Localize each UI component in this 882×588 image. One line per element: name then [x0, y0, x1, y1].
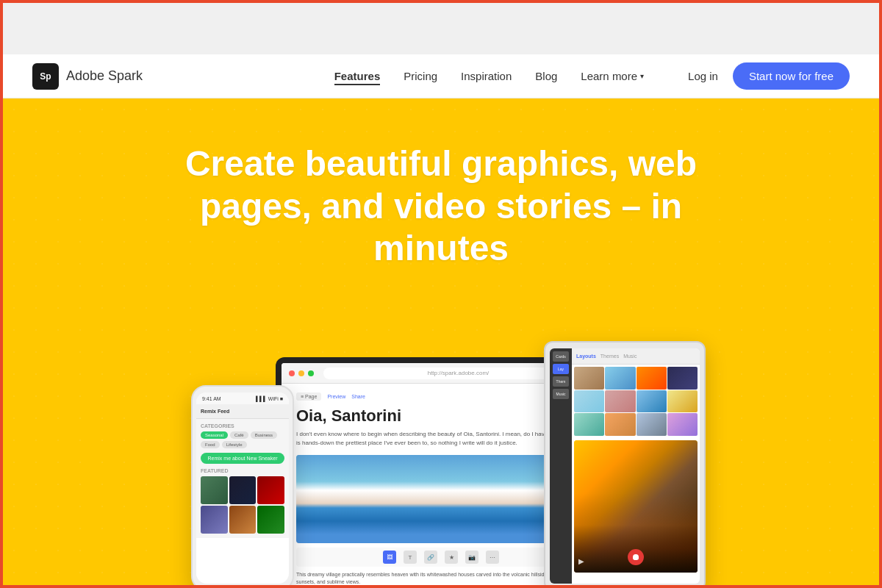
tablet-sidebar-item-1[interactable]: Cards: [553, 351, 569, 362]
phone-chips: Seasonal Café Business Food Lifestyle: [201, 431, 284, 448]
phone-status-bar: 9:41 AM ▌▌▌ WiFi ■: [196, 392, 289, 404]
phone-device: 9:41 AM ▌▌▌ WiFi ■ Remix Feed CATEGORIES…: [191, 385, 294, 588]
phone-grid-item-1: [201, 476, 228, 504]
nav-actions: Log in Start now for free: [688, 62, 850, 90]
tablet-photo-8: [667, 390, 698, 413]
chevron-down-icon: ▾: [640, 72, 644, 80]
nav-link-inspiration[interactable]: Inspiration: [461, 70, 512, 82]
brand-name: Adobe Spark: [66, 68, 143, 84]
brand-icon: Sp: [32, 63, 59, 90]
tablet-photo-2: [605, 367, 635, 390]
tablet-photo-9: [574, 413, 604, 436]
close-dot: [289, 370, 295, 376]
nav-item-pricing[interactable]: Pricing: [404, 70, 437, 83]
hero-title: Create beautiful graphics, web pages, an…: [147, 143, 735, 270]
tablet-photo-11: [637, 413, 667, 436]
tablet-device: Cards Lay Them Music Layouts Themes Musi…: [544, 341, 706, 588]
preview-btn: Preview: [327, 394, 345, 399]
more-tool-icon[interactable]: ⋯: [486, 551, 499, 564]
share-btn: Share: [351, 394, 365, 399]
chip-seasonal[interactable]: Seasonal: [201, 431, 228, 439]
phone-nav-bar: Remix Feed: [196, 404, 289, 419]
screen-body-text: I don't even know where to begin when de…: [296, 430, 586, 448]
tablet-sidebar: Cards Lay Them Music: [550, 348, 572, 584]
tablet-sidebar-item-3[interactable]: Them: [553, 376, 569, 387]
nav-link-blog[interactable]: Blog: [535, 70, 557, 82]
screen-toolbar-bottom: 🖼 T 🔗 ★ 📷 ⋯: [296, 548, 586, 567]
maximize-dot: [308, 370, 314, 376]
phone-grid-item-6: [257, 506, 284, 534]
tablet-sidebar-item-2[interactable]: Lay: [553, 364, 569, 374]
tablet-main: Layouts Themes Music: [572, 348, 700, 584]
photo-tool-icon[interactable]: 📷: [465, 551, 478, 564]
tablet-photo-grid: [572, 365, 700, 438]
phone-grid-item-2: [229, 476, 257, 504]
image-tool-icon[interactable]: 🖼: [383, 551, 396, 564]
tablet-photo-7: [637, 390, 667, 413]
tablet-top-bar: Layouts Themes Music: [572, 348, 700, 365]
tablet-photo-6: [605, 390, 635, 413]
tablet-photo-5: [574, 390, 604, 413]
tablet-screen: Cards Lay Them Music Layouts Themes Musi…: [550, 348, 700, 584]
phone-grid: [201, 476, 284, 534]
phone-categories-label: CATEGORIES: [201, 423, 284, 429]
nav-links: Features Pricing Inspiration Blog Learn …: [334, 70, 644, 83]
tablet-photo-10: [605, 413, 635, 436]
minimize-dot: [298, 370, 304, 376]
devices-container: http://spark.adobe.com/ ≡ Page Preview S…: [110, 275, 772, 588]
nav-item-blog[interactable]: Blog: [535, 70, 557, 83]
phone-content: CATEGORIES Seasonal Café Business Food L…: [196, 419, 289, 538]
phone-grid-item-3: [257, 476, 284, 504]
link-tool-icon[interactable]: 🔗: [424, 551, 437, 564]
hero-section: Create beautiful graphics, web pages, an…: [3, 98, 879, 588]
nav-item-inspiration[interactable]: Inspiration: [461, 70, 512, 83]
start-now-button[interactable]: Start now for free: [733, 62, 850, 90]
screen-image-santorini: [296, 455, 586, 543]
chip-food[interactable]: Food: [201, 441, 220, 448]
login-link[interactable]: Log in: [688, 70, 718, 82]
text-tool-icon[interactable]: T: [404, 551, 417, 564]
screen-page-title: Oia, Santorini: [296, 406, 586, 426]
phone-cta-button[interactable]: Remix me about New Sneaker: [201, 453, 284, 464]
phone-screen: 9:41 AM ▌▌▌ WiFi ■ Remix Feed CATEGORIES…: [196, 392, 289, 584]
building-scene: [296, 455, 586, 543]
screen-app-bar: ≡ Page Preview Share Theme: [296, 392, 586, 401]
chip-lifestyle[interactable]: Lifestyle: [222, 441, 247, 448]
phone-grid-item-4: [201, 506, 228, 534]
nav-link-features[interactable]: Features: [334, 70, 381, 85]
chip-cafe[interactable]: Café: [230, 431, 248, 439]
phone-grid-item-5: [229, 506, 257, 534]
chip-business[interactable]: Business: [251, 431, 277, 439]
icon-tool-icon[interactable]: ★: [445, 551, 458, 564]
phone-outer: 9:41 AM ▌▌▌ WiFi ■ Remix Feed CATEGORIES…: [191, 385, 294, 588]
play-icon[interactable]: ▶: [578, 557, 584, 565]
mic-icon: [633, 554, 639, 560]
tablet-outer: Cards Lay Them Music Layouts Themes Musi…: [544, 341, 706, 588]
screen-caption: This dreamy village practically resemble…: [296, 571, 586, 586]
phone-featured-label: FEATURED: [201, 468, 284, 473]
top-banner: [3, 3, 879, 54]
tablet-large-image: ▶: [574, 440, 698, 573]
tablet-sidebar-item-4[interactable]: Music: [553, 389, 569, 399]
nav-link-learn-more[interactable]: Learn more ▾: [581, 70, 644, 82]
tablet-photo-4: [667, 367, 698, 390]
nav-item-features[interactable]: Features: [334, 70, 381, 83]
tablet-photo-1: [574, 367, 604, 390]
nav-item-learn-more[interactable]: Learn more ▾: [581, 70, 644, 82]
tablet-photo-3: [637, 367, 667, 390]
nav-link-pricing[interactable]: Pricing: [404, 70, 437, 82]
tablet-photo-12: [667, 413, 698, 436]
record-button[interactable]: [628, 549, 644, 565]
brand-link[interactable]: Sp Adobe Spark: [32, 63, 143, 90]
navbar: Sp Adobe Spark Features Pricing Inspirat…: [3, 54, 879, 98]
